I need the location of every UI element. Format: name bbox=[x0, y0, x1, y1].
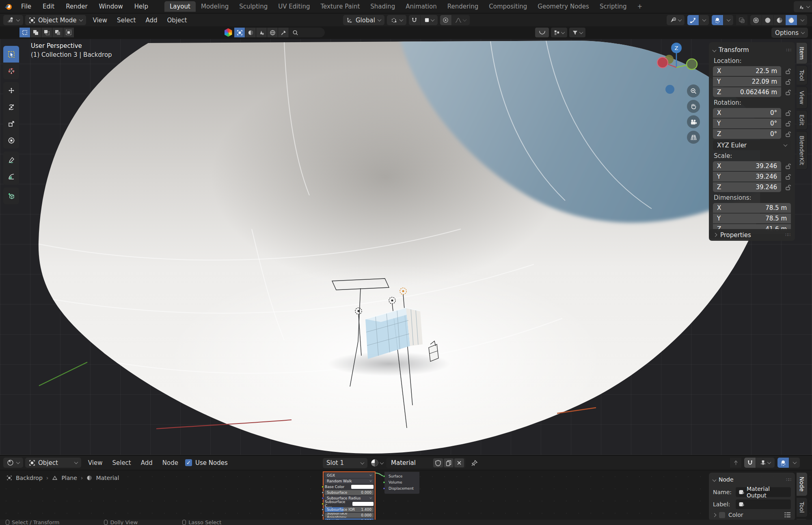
scale-x-field[interactable]: X39.246 bbox=[713, 161, 781, 171]
node-snap-toggle[interactable] bbox=[744, 458, 756, 468]
tool-measure[interactable] bbox=[3, 168, 19, 185]
pivot-point-selector[interactable] bbox=[387, 15, 406, 25]
output-input-volume[interactable]: Volume bbox=[389, 480, 417, 485]
node-label-input[interactable] bbox=[736, 499, 791, 509]
output-input-surface[interactable]: Surface bbox=[389, 473, 417, 479]
blenderkit-model-filter[interactable] bbox=[234, 28, 245, 37]
gizmos-toggle[interactable] bbox=[687, 15, 699, 25]
location-y-field[interactable]: Y22.09 m bbox=[713, 77, 781, 86]
node-socket[interactable] bbox=[322, 514, 324, 516]
node-socket[interactable] bbox=[383, 487, 385, 490]
blenderkit-search-input[interactable] bbox=[289, 28, 325, 37]
node-overlays-dropdown[interactable] bbox=[789, 458, 800, 468]
lock-open-icon[interactable] bbox=[781, 79, 791, 85]
workspace-tab-modeling[interactable]: Modeling bbox=[196, 1, 234, 12]
add-workspace-button[interactable]: + bbox=[632, 1, 648, 12]
node-socket[interactable] bbox=[383, 475, 385, 477]
scale-y-field[interactable]: Y39.246 bbox=[713, 172, 781, 181]
tool-add-cube[interactable] bbox=[3, 188, 19, 204]
blender-logo-icon[interactable] bbox=[4, 2, 13, 11]
node-socket[interactable] bbox=[322, 503, 324, 505]
shader-menu-select[interactable]: Select bbox=[107, 459, 136, 467]
scale-z-field[interactable]: Z39.246 bbox=[713, 182, 781, 192]
output-input-displacement[interactable]: Displacement bbox=[389, 486, 417, 491]
tool-rotate[interactable] bbox=[3, 99, 19, 115]
material-slot-selector[interactable]: Slot 1 bbox=[323, 458, 367, 468]
menu-file[interactable]: File bbox=[15, 3, 37, 10]
blenderkit-scene-filter[interactable] bbox=[256, 28, 267, 37]
viewport-menu-select[interactable]: Select bbox=[112, 17, 140, 24]
node-editor-tab-node[interactable]: Node bbox=[797, 472, 808, 496]
menu-help[interactable]: Help bbox=[129, 3, 154, 10]
shading-solid-button[interactable] bbox=[762, 15, 773, 25]
xray-toggle[interactable] bbox=[736, 15, 747, 25]
bsdf-subsurface-method-dropdown[interactable]: Random Walk bbox=[325, 479, 374, 484]
mode-selector[interactable]: Object Mode bbox=[25, 15, 86, 25]
principled-bsdf-node[interactable]: GGXRandom WalkBase ColorSubsurface0.000S… bbox=[323, 471, 376, 520]
select-mode-subtract[interactable] bbox=[41, 28, 52, 37]
viewport-menu-object[interactable]: Object bbox=[162, 17, 192, 24]
overlays-dropdown[interactable] bbox=[723, 15, 733, 25]
workspace-tab-texture-paint[interactable]: Texture Paint bbox=[315, 1, 365, 12]
blenderkit-material-filter[interactable] bbox=[245, 28, 256, 37]
panel-grip[interactable]: ∷∷ bbox=[785, 232, 790, 238]
overlays-toggle[interactable] bbox=[712, 15, 723, 25]
workspace-tab-scripting[interactable]: Scripting bbox=[594, 1, 632, 12]
options-button[interactable]: Options bbox=[771, 28, 808, 38]
node-snap-target-selector[interactable] bbox=[756, 458, 775, 468]
dimensions-x-field[interactable]: X78.5 m bbox=[713, 203, 791, 213]
sidebar-tab-tool[interactable]: Tool bbox=[797, 65, 808, 85]
panel-grip[interactable]: ∷∷ bbox=[786, 477, 791, 482]
viewport-menu-add[interactable]: Add bbox=[140, 17, 162, 24]
workspace-tab-layout[interactable]: Layout bbox=[164, 1, 196, 12]
sidebar-tab-view[interactable]: View bbox=[797, 86, 808, 109]
node-color-row[interactable]: Color bbox=[713, 512, 791, 518]
node-socket[interactable] bbox=[322, 497, 324, 499]
rotation-z-field[interactable]: Z0° bbox=[713, 129, 781, 139]
workspace-tab-uv-editing[interactable]: UV Editing bbox=[273, 1, 315, 12]
proportional-edit-toggle[interactable] bbox=[440, 15, 451, 25]
blenderkit-brush-filter[interactable] bbox=[278, 28, 289, 37]
workspace-tab-sculpting[interactable]: Sculpting bbox=[234, 1, 273, 12]
shader-type-selector[interactable]: Object bbox=[25, 458, 81, 468]
node-editor-tab-tool[interactable]: Tool bbox=[797, 497, 808, 517]
bsdf-input-subsurface-anisotropy[interactable]: Subsurface Anisotropy0.000 bbox=[325, 513, 374, 518]
select-mode-set[interactable] bbox=[19, 28, 30, 37]
fake-user-shield-icon[interactable] bbox=[433, 458, 443, 467]
tool-move[interactable] bbox=[3, 82, 19, 99]
lock-open-icon[interactable] bbox=[781, 121, 791, 127]
node-name-input[interactable]: Material Output bbox=[736, 487, 791, 497]
pan-nav-button[interactable] bbox=[687, 100, 700, 113]
node-socket[interactable] bbox=[383, 481, 385, 484]
material-output-node[interactable]: SurfaceVolumeDisplacement bbox=[384, 471, 420, 494]
node-socket[interactable] bbox=[322, 508, 324, 511]
color-swatch[interactable] bbox=[351, 485, 374, 489]
menu-window[interactable]: Window bbox=[93, 3, 129, 10]
pin-icon[interactable] bbox=[471, 460, 478, 467]
tool-select-box[interactable] bbox=[3, 46, 19, 63]
lock-open-icon[interactable] bbox=[781, 110, 791, 116]
menu-render[interactable]: Render bbox=[60, 3, 93, 10]
blenderkit-assetbar-toggle[interactable] bbox=[535, 28, 549, 37]
transform-orientation-selector[interactable]: Global bbox=[343, 15, 384, 25]
blenderkit-filter-button[interactable] bbox=[569, 28, 585, 37]
use-nodes-checkbox[interactable]: ✓ Use Nodes bbox=[185, 459, 228, 467]
navigation-gizmo[interactable]: Z bbox=[653, 41, 702, 96]
blenderkit-display-settings[interactable] bbox=[551, 28, 567, 37]
shader-menu-view[interactable]: View bbox=[83, 459, 108, 467]
shading-wireframe-button[interactable] bbox=[750, 15, 762, 25]
scene-selector[interactable]: Sc bbox=[794, 1, 812, 12]
select-mode-intersect[interactable] bbox=[63, 28, 74, 37]
properties-panel-collapsed[interactable]: Properties ∷∷ bbox=[709, 229, 795, 241]
shading-rendered-button[interactable] bbox=[786, 15, 797, 25]
zoom-nav-button[interactable] bbox=[687, 84, 700, 97]
gizmos-dropdown[interactable] bbox=[699, 15, 709, 25]
bsdf-input-base-color[interactable]: Base Color bbox=[325, 484, 374, 489]
new-material-copy-icon[interactable] bbox=[444, 458, 454, 467]
presets-list-icon[interactable] bbox=[784, 512, 791, 518]
lock-open-icon[interactable] bbox=[781, 174, 791, 180]
shading-dropdown[interactable] bbox=[797, 15, 807, 25]
shader-menu-add[interactable]: Add bbox=[136, 459, 158, 467]
rotation-x-field[interactable]: X0° bbox=[713, 108, 781, 118]
tool-annotate[interactable] bbox=[3, 151, 19, 168]
